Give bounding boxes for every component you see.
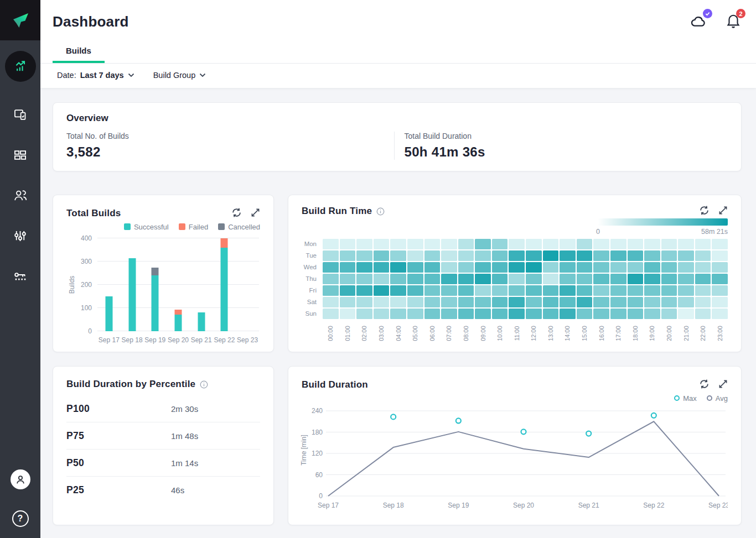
heatmap-cell[interactable] xyxy=(543,297,559,307)
heatmap-cell[interactable] xyxy=(390,250,406,261)
heatmap-cell[interactable] xyxy=(424,250,441,261)
heatmap-cell[interactable] xyxy=(543,309,559,319)
bar-segment-cancelled[interactable] xyxy=(152,268,159,276)
heatmap-cell[interactable] xyxy=(577,262,593,273)
heatmap-cell[interactable] xyxy=(340,262,356,273)
sidebar-item-members[interactable] xyxy=(13,188,28,203)
heatmap-cell[interactable] xyxy=(424,274,441,284)
heatmap-cell[interactable] xyxy=(661,297,677,307)
heatmap-cell[interactable] xyxy=(526,309,542,319)
heatmap-cell[interactable] xyxy=(577,250,593,261)
heatmap-cell[interactable] xyxy=(644,239,660,249)
sidebar-item-layouts[interactable] xyxy=(13,148,28,163)
heatmap-cell[interactable] xyxy=(424,309,441,319)
heatmap-cell[interactable] xyxy=(610,250,626,261)
heatmap-cell[interactable] xyxy=(628,239,644,249)
legend-item[interactable]: Max xyxy=(674,393,697,403)
sidebar-item-apps[interactable] xyxy=(13,107,28,122)
heatmap-cell[interactable] xyxy=(593,309,609,319)
heatmap-cell[interactable] xyxy=(593,250,609,261)
bar-segment-successful[interactable] xyxy=(128,258,136,331)
heatmap-cell[interactable] xyxy=(390,309,406,319)
heatmap-cell[interactable] xyxy=(593,285,609,296)
heatmap-cell[interactable] xyxy=(492,250,508,261)
data-point-max[interactable] xyxy=(586,431,591,436)
heatmap-cell[interactable] xyxy=(374,297,390,307)
heatmap-cell[interactable] xyxy=(509,309,525,319)
heatmap-cell[interactable] xyxy=(492,262,508,273)
heatmap-cell[interactable] xyxy=(678,297,694,307)
heatmap-cell[interactable] xyxy=(374,309,390,319)
heatmap-cell[interactable] xyxy=(424,297,441,307)
heatmap-cell[interactable] xyxy=(356,297,372,307)
user-avatar[interactable] xyxy=(11,469,30,489)
heatmap-cell[interactable] xyxy=(492,274,508,284)
expand-button[interactable] xyxy=(718,205,728,217)
heatmap-cell[interactable] xyxy=(390,285,406,296)
heatmap-cell[interactable] xyxy=(407,297,423,307)
heatmap-cell[interactable] xyxy=(610,262,626,273)
heatmap-cell[interactable] xyxy=(323,309,339,319)
heatmap-cell[interactable] xyxy=(543,274,559,284)
heatmap-cell[interactable] xyxy=(356,250,372,261)
heatmap-cell[interactable] xyxy=(661,262,677,273)
data-point-max[interactable] xyxy=(651,413,656,418)
heatmap-cell[interactable] xyxy=(712,262,728,273)
heatmap-cell[interactable] xyxy=(492,309,508,319)
heatmap-cell[interactable] xyxy=(577,297,593,307)
heatmap-cell[interactable] xyxy=(390,239,406,249)
heatmap-cell[interactable] xyxy=(526,239,542,249)
info-icon[interactable] xyxy=(200,380,208,389)
heatmap-cell[interactable] xyxy=(695,250,711,261)
heatmap-cell[interactable] xyxy=(678,262,694,273)
heatmap-cell[interactable] xyxy=(644,309,660,319)
help-button[interactable]: ? xyxy=(12,510,29,527)
heatmap-cell[interactable] xyxy=(323,239,339,249)
heatmap-cell[interactable] xyxy=(543,262,559,273)
heatmap-cell[interactable] xyxy=(644,297,660,307)
heatmap-cell[interactable] xyxy=(441,239,457,249)
heatmap-cell[interactable] xyxy=(628,274,644,284)
heatmap-cell[interactable] xyxy=(712,250,728,261)
heatmap-cell[interactable] xyxy=(441,274,457,284)
heatmap-cell[interactable] xyxy=(356,239,372,249)
heatmap-cell[interactable] xyxy=(678,274,694,284)
heatmap-cell[interactable] xyxy=(441,309,457,319)
heatmap-cell[interactable] xyxy=(475,239,491,249)
refresh-button[interactable] xyxy=(699,205,710,217)
bar-segment-failed[interactable] xyxy=(221,238,228,248)
heatmap-cell[interactable] xyxy=(593,239,609,249)
heatmap-cell[interactable] xyxy=(526,262,542,273)
heatmap-cell[interactable] xyxy=(543,285,559,296)
heatmap-cell[interactable] xyxy=(628,285,644,296)
heatmap-cell[interactable] xyxy=(340,250,356,261)
heatmap-cell[interactable] xyxy=(492,239,508,249)
heatmap-cell[interactable] xyxy=(712,239,728,249)
heatmap-cell[interactable] xyxy=(543,250,559,261)
heatmap-cell[interactable] xyxy=(526,274,542,284)
heatmap-cell[interactable] xyxy=(661,285,677,296)
heatmap-cell[interactable] xyxy=(340,309,356,319)
heatmap-cell[interactable] xyxy=(407,285,423,296)
heatmap-cell[interactable] xyxy=(356,285,372,296)
heatmap-cell[interactable] xyxy=(356,274,372,284)
heatmap-cell[interactable] xyxy=(492,297,508,307)
heatmap-cell[interactable] xyxy=(577,309,593,319)
heatmap-cell[interactable] xyxy=(340,285,356,296)
heatmap-cell[interactable] xyxy=(458,239,474,249)
heatmap-cell[interactable] xyxy=(695,262,711,273)
heatmap-cell[interactable] xyxy=(509,285,525,296)
heatmap-cell[interactable] xyxy=(661,309,677,319)
heatmap-cell[interactable] xyxy=(323,297,339,307)
bar-segment-successful[interactable] xyxy=(198,312,205,331)
heatmap-cell[interactable] xyxy=(526,285,542,296)
expand-button[interactable] xyxy=(718,379,728,391)
heatmap-cell[interactable] xyxy=(526,297,542,307)
heatmap-cell[interactable] xyxy=(644,262,660,273)
heatmap-cell[interactable] xyxy=(509,262,525,273)
heatmap-cell[interactable] xyxy=(323,274,339,284)
heatmap-cell[interactable] xyxy=(441,285,457,296)
heatmap-cell[interactable] xyxy=(509,297,525,307)
heatmap-cell[interactable] xyxy=(475,250,491,261)
heatmap-cell[interactable] xyxy=(593,274,609,284)
